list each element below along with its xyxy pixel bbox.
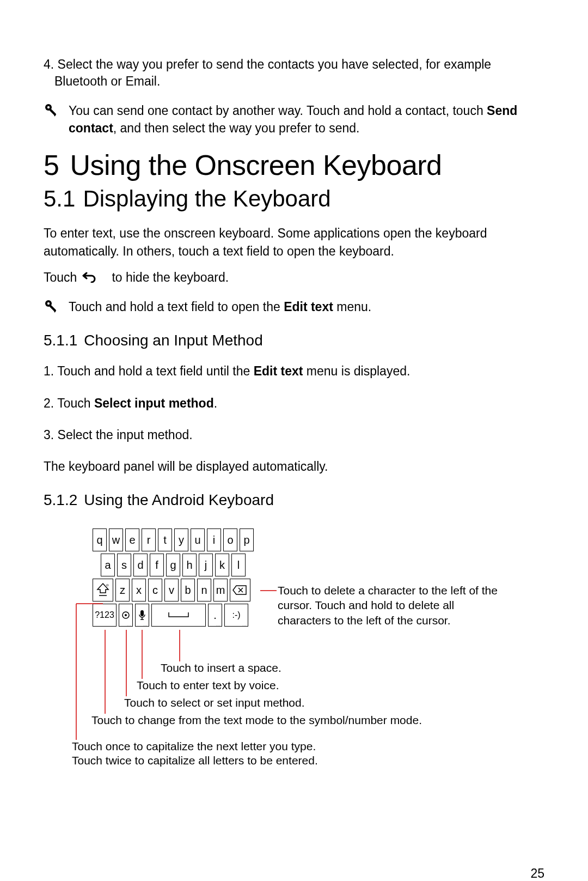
svg-rect-8 bbox=[140, 610, 144, 616]
chapter-title: Using the Onscreen Keyboard bbox=[70, 149, 442, 181]
s1-outro: The keyboard panel will be displayed aut… bbox=[44, 458, 544, 475]
back-icon bbox=[82, 271, 96, 286]
search-note-icon bbox=[44, 103, 59, 119]
key-o: o bbox=[223, 528, 237, 551]
annotation-cap1: Touch once to capitalize the next letter… bbox=[72, 740, 316, 753]
smiley-key: :-) bbox=[224, 604, 248, 627]
subsection-1-heading: 5.1.1Choosing an Input Method bbox=[44, 332, 544, 349]
sub1-title: Choosing an Input Method bbox=[84, 332, 262, 349]
annotation-cap2: Touch twice to capitalize all letters to… bbox=[72, 754, 318, 767]
s1-step2-pre: 2. Touch bbox=[44, 396, 94, 410]
key-a: a bbox=[101, 554, 115, 576]
annotation-method: Touch to select or set input method. bbox=[124, 696, 305, 709]
svg-text:o: o bbox=[106, 582, 109, 587]
s1-step3: 3. Select the input method. bbox=[44, 426, 544, 445]
section-title: Displaying the Keyboard bbox=[83, 186, 330, 211]
key-w: w bbox=[109, 528, 123, 551]
key-p: p bbox=[240, 528, 254, 551]
annotation-voice: Touch to enter text by voice. bbox=[137, 679, 279, 692]
section-heading: 5.1Displaying the Keyboard bbox=[44, 186, 544, 212]
svg-point-7 bbox=[125, 614, 127, 616]
keyboard-diagram: qwertyuiop asdfghjkl o zxcvbnm bbox=[44, 528, 544, 844]
key-c: c bbox=[148, 579, 162, 601]
key-d: d bbox=[133, 554, 148, 576]
tip-2: Touch and hold a text field to open the … bbox=[44, 298, 544, 315]
key-i: i bbox=[207, 528, 221, 551]
period-key: . bbox=[208, 604, 222, 627]
page-number: 25 bbox=[44, 866, 544, 881]
s1-step2-post: . bbox=[214, 396, 217, 410]
key-g: g bbox=[166, 554, 180, 576]
space-key-icon bbox=[151, 604, 206, 627]
tip1-post: , and then select the way you prefer to … bbox=[113, 121, 360, 135]
kb-row-4: ?123 . :-) bbox=[93, 604, 254, 627]
s1-step2: 2. Touch Select input method. bbox=[44, 394, 544, 414]
section-number: 5.1 bbox=[44, 186, 75, 211]
shift-key-icon: o bbox=[93, 579, 113, 601]
kb-row-3: o zxcvbnm bbox=[93, 579, 254, 601]
subsection-2-heading: 5.1.2Using the Android Keyboard bbox=[44, 491, 544, 509]
key-v: v bbox=[164, 579, 179, 601]
s1-step1-post: menu is displayed. bbox=[303, 364, 410, 378]
search-note-icon bbox=[44, 299, 59, 315]
tip2-post: menu. bbox=[333, 300, 371, 314]
chapter-heading: 5Using the Onscreen Keyboard bbox=[44, 149, 544, 181]
key-x: x bbox=[132, 579, 146, 601]
sub1-number: 5.1.1 bbox=[44, 332, 77, 349]
key-q: q bbox=[93, 528, 107, 551]
s1-step1-bold: Edit text bbox=[254, 364, 303, 378]
step-4: 4. Select the way you prefer to send the… bbox=[44, 56, 544, 90]
key-b: b bbox=[181, 579, 195, 601]
key-s: s bbox=[117, 554, 131, 576]
key-u: u bbox=[191, 528, 205, 551]
numbers-key: ?123 bbox=[93, 604, 117, 627]
tip2-pre: Touch and hold a text field to open the bbox=[69, 300, 284, 314]
svg-point-1 bbox=[47, 106, 50, 108]
key-n: n bbox=[197, 579, 211, 601]
annotation-mode: Touch to change from the text mode to th… bbox=[91, 714, 422, 727]
key-m: m bbox=[213, 579, 228, 601]
kb-row-1: qwertyuiop bbox=[93, 528, 254, 551]
s1-step1-pre: 1. Touch and hold a text field until the bbox=[44, 364, 254, 378]
touch-back-instruction: Touch to hide the keyboard. bbox=[44, 270, 544, 286]
key-t: t bbox=[158, 528, 172, 551]
svg-point-3 bbox=[47, 302, 50, 305]
backspace-key-icon bbox=[230, 579, 250, 601]
sub2-number: 5.1.2 bbox=[44, 491, 77, 508]
chapter-number: 5 bbox=[44, 149, 59, 181]
key-h: h bbox=[182, 554, 197, 576]
key-r: r bbox=[142, 528, 156, 551]
touch-post: to hide the keyboard. bbox=[112, 270, 229, 285]
annotation-space: Touch to insert a space. bbox=[161, 661, 281, 675]
tip1-pre: You can send one contact by another way.… bbox=[69, 104, 487, 118]
touch-pre: Touch bbox=[44, 270, 77, 285]
annotation-delete: Touch to delete a character to the left … bbox=[278, 583, 506, 628]
key-j: j bbox=[199, 554, 213, 576]
key-l: l bbox=[231, 554, 246, 576]
sub2-title: Using the Android Keyboard bbox=[84, 491, 274, 508]
key-f: f bbox=[150, 554, 164, 576]
key-y: y bbox=[174, 528, 188, 551]
s1-step2-bold: Select input method bbox=[94, 396, 214, 410]
s1-step1: 1. Touch and hold a text field until the… bbox=[44, 362, 544, 381]
key-e: e bbox=[125, 528, 139, 551]
key-k: k bbox=[215, 554, 229, 576]
kb-row-2: asdfghjkl bbox=[101, 554, 254, 576]
key-z: z bbox=[115, 579, 130, 601]
mic-key-icon bbox=[135, 604, 149, 627]
tip2-bold: Edit text bbox=[284, 300, 333, 314]
section-intro: To enter text, use the onscreen keyboard… bbox=[44, 224, 544, 259]
settings-key-icon bbox=[119, 604, 133, 627]
tip-1: You can send one contact by another way.… bbox=[44, 102, 544, 137]
